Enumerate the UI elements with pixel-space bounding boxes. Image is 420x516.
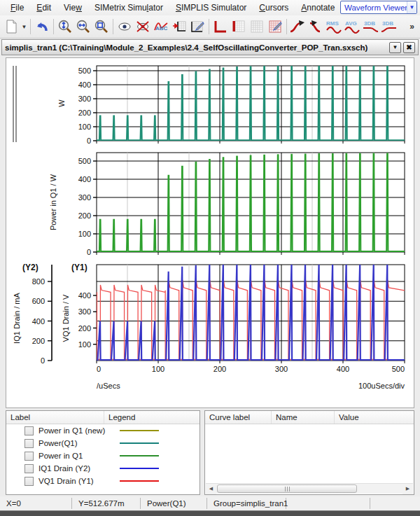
svg-text:0: 0 [87,137,91,145]
name-column-header[interactable]: Name [272,411,335,424]
toolbar-separator [286,19,287,34]
menu-simetrix-simulator[interactable]: SIMetrix Simulator [88,1,169,14]
waveform-plot-panel[interactable]: 0100200300400500W0100200300400500Power i… [6,57,414,408]
curve-rise-button[interactable] [289,18,307,36]
curve-label: IQ1 Drain (Y2) [38,464,114,473]
move-curve-axis-icon [172,19,187,34]
svg-text:400: 400 [78,175,91,183]
bottom-grid[interactable]: 0100200300400500020040060080010020030040… [13,263,405,390]
bandwidth-high-icon: 3DB [380,19,398,34]
svg-text:200: 200 [78,211,91,220]
legend-row[interactable]: Power(Q1) [6,437,200,449]
legend-row[interactable]: VQ1 Drain (Y1) [6,475,200,487]
svg-text:(Y1): (Y1) [71,263,88,272]
move-curve-axis-button[interactable] [170,18,188,36]
svg-text:RMS: RMS [326,20,339,27]
waveform-plot[interactable]: 0100200300400500W0100200300400500Power i… [7,59,413,407]
curve-checkbox[interactable] [24,464,34,473]
svg-text:800: 800 [32,277,45,286]
show-curve-icon [117,19,132,34]
status-field-1: Y=512.677m [72,498,141,509]
curve-label-column-header[interactable]: Curve label [205,411,272,424]
zoom-vertical-button[interactable] [56,18,74,36]
power-in-q1-curve[interactable] [97,154,405,251]
viewer-mode-select[interactable]: Waveform Viewer ▼ [340,1,417,14]
new-file-button[interactable] [2,18,20,36]
avg-measure-button[interactable]: AVG [344,18,362,36]
svg-text:500: 500 [392,365,405,373]
add-axis-icon [213,19,228,34]
status-bar: X=0Y=512.677mPower(Q1)Group=simplis_tran… [0,496,420,510]
svg-text:500: 500 [78,67,91,75]
curve-checkbox[interactable] [24,426,34,435]
zoom-area-button[interactable] [92,18,111,36]
curve-color-swatch [120,480,159,482]
waveform-viewer-window: { "menubar": { "items": [ {"label":"File… [0,0,420,516]
legend-row[interactable]: Power in Q1 [6,449,200,462]
child-window-titlebar[interactable]: simplis_tran1 (C:\Training\Module_2_Exam… [1,39,419,55]
curve-color-swatch [120,468,159,469]
middle-grid[interactable]: 0100200300400500Power in Q1 / W [49,153,405,256]
curve-label: Power in Q1 (new) [38,426,114,435]
add-axis-button[interactable] [211,18,230,36]
svg-text:400: 400 [78,291,91,300]
value-column-header[interactable]: Value [335,411,414,424]
chevron-down-icon[interactable]: ▼ [407,1,416,13]
rms-measure-icon: RMS [326,19,344,34]
scrollbar-thumb[interactable] [217,484,357,493]
curve-label: Power in Q1 [38,452,114,460]
svg-text:100: 100 [78,230,91,238]
status-field-3: Group=simplis_tran1 [207,498,286,509]
menu-cursors[interactable]: Cursors [253,1,295,14]
legend-row[interactable]: Power in Q1 (new) [6,424,200,437]
grid-options-button[interactable] [248,18,266,36]
zoom-horizontal-button[interactable] [74,18,92,36]
menu-edit[interactable]: Edit [30,1,57,14]
horizontal-scrollbar[interactable]: ◀ ▶ [206,483,413,494]
zoom-vertical-icon [57,19,73,34]
svg-text:400: 400 [337,365,349,373]
edit-grid-button[interactable] [188,18,206,36]
scroll-right-arrow-icon[interactable]: ▶ [402,484,413,494]
svg-text:100: 100 [152,365,164,373]
toolbar-overflow-chevron[interactable]: » [410,22,414,32]
bandwidth-high-button[interactable]: 3DB [380,18,398,36]
power-q1--curve[interactable] [97,65,405,140]
x-axis-label: /uSecs [97,382,120,390]
curve-checkbox[interactable] [24,477,34,486]
menu-simplis-simulator[interactable]: SIMPLIS Simulator [169,1,253,14]
close-button[interactable]: ✖ [403,42,415,53]
svg-text:3DB: 3DB [382,20,393,27]
menu-annotate[interactable]: Annotate [295,1,341,14]
iq1-drain-curve[interactable] [97,264,405,360]
scroll-left-arrow-icon[interactable]: ◀ [206,484,216,494]
new-file-dropdown-arrow-icon[interactable]: ▼ [20,18,28,36]
curve-checkbox[interactable] [24,452,34,461]
menu-file[interactable]: File [4,1,30,14]
svg-text:ABC: ABC [155,25,168,32]
bandwidth-low-button[interactable]: 3DB [362,18,380,36]
add-grid-button[interactable] [230,18,248,36]
hide-curve-icon [135,19,150,34]
collapse-button[interactable]: ▼ [389,42,401,53]
legend-row[interactable]: IQ1 Drain (Y2) [6,462,200,475]
top-grid[interactable]: 0100200300400500W [57,65,405,145]
viewer-mode-value: Waveform Viewer [341,4,407,12]
status-field-2: Power(Q1) [141,498,207,509]
label-column-header[interactable]: Label [6,411,104,424]
curve-checkbox[interactable] [24,439,34,448]
label-curve-button[interactable]: ABC [152,18,170,36]
legend-column-header[interactable]: Legend [104,411,200,424]
toolbar-separator [209,19,209,34]
undo-button[interactable] [33,18,51,36]
rms-measure-button[interactable]: RMS [326,18,344,36]
svg-text:0: 0 [87,248,91,256]
menu-view[interactable]: View [57,1,88,14]
toolbar-separator [113,19,113,34]
delete-grid-button[interactable] [266,18,284,36]
show-curve-button[interactable] [115,18,134,36]
status-field-4 [286,498,370,509]
chevron-down-icon: ▼ [393,44,398,50]
hide-curve-button[interactable] [134,18,152,36]
curve-fall-button[interactable] [307,18,326,36]
